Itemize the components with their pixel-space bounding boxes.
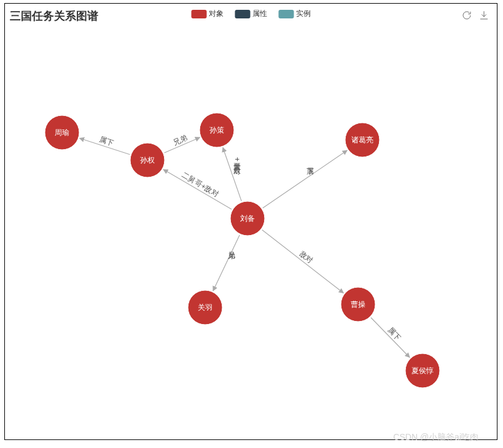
svg-point-7 bbox=[405, 353, 440, 388]
edge-label: 属下 bbox=[386, 325, 403, 342]
edge-label: 属下 bbox=[98, 135, 115, 148]
edge-label: 大舅哥+敌对 bbox=[233, 157, 241, 175]
graph-edge bbox=[80, 138, 130, 155]
graph-edge bbox=[223, 147, 241, 201]
svg-point-3 bbox=[45, 115, 79, 150]
graph-node-sunce[interactable]: 孙策 bbox=[200, 113, 234, 147]
edge-label: 二舅哥+敌对 bbox=[181, 171, 220, 199]
graph-node-caocao[interactable]: 曹操 bbox=[341, 287, 375, 322]
graph-edge bbox=[263, 150, 347, 208]
edge-label: 兄弟 bbox=[171, 133, 189, 147]
edge-label: 敌对 bbox=[298, 249, 315, 265]
svg-point-4 bbox=[345, 123, 380, 157]
graph-node-zhugeliang[interactable]: 诸葛亮 bbox=[345, 123, 380, 157]
svg-point-2 bbox=[130, 143, 165, 177]
svg-point-0 bbox=[230, 201, 265, 236]
svg-point-5 bbox=[188, 290, 222, 325]
svg-point-1 bbox=[200, 113, 234, 147]
graph-node-xiahoudun[interactable]: 夏侯惇 bbox=[405, 353, 440, 388]
graph-node-liubei[interactable]: 刘备 bbox=[230, 201, 265, 236]
graph-node-zhouyu[interactable]: 周瑜 bbox=[45, 115, 79, 150]
graph-edge bbox=[213, 235, 240, 291]
graph-canvas[interactable]: 大舅哥+敌对二舅哥+敌对属下兄弟敌对兄弟属下属下 刘备孙策孙权周瑜诸葛亮关羽曹操… bbox=[5, 4, 497, 439]
graph-node-sunquan[interactable]: 孙权 bbox=[130, 143, 165, 177]
graph-edge bbox=[163, 169, 232, 209]
graph-edge bbox=[371, 318, 410, 358]
graph-edge bbox=[165, 137, 200, 153]
svg-point-6 bbox=[341, 287, 375, 322]
graph-node-guanyu[interactable]: 关羽 bbox=[188, 290, 222, 325]
chart-container: 三国任务关系图谱 对象 属性 实例 大舅哥+敌对二舅哥+敌对属下兄弟敌对兄 bbox=[4, 3, 497, 440]
graph-edge bbox=[262, 230, 344, 293]
